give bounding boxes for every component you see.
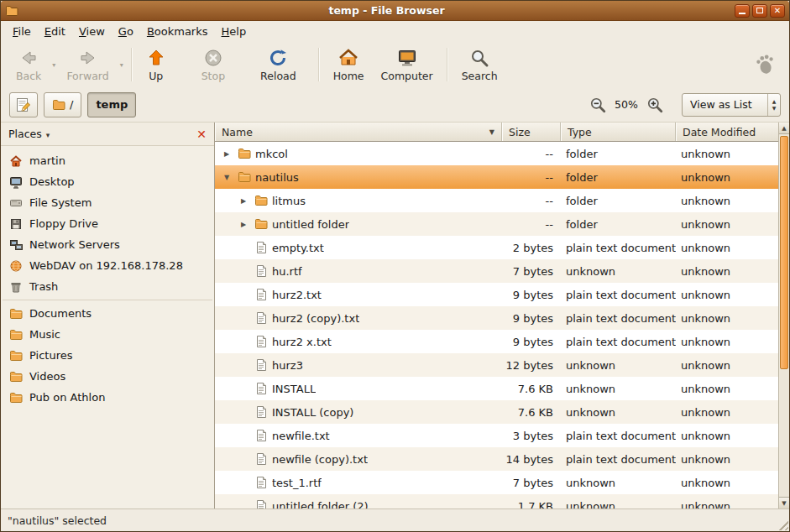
menu-edit[interactable]: Edit: [38, 23, 72, 40]
sidebar-item-webdav-on-192-168-178-28[interactable]: WebDAV on 192.168.178.28: [1, 255, 214, 276]
expander-icon[interactable]: ▼: [220, 174, 233, 181]
forward-icon: [78, 48, 98, 68]
file-name: INSTALL (copy): [272, 406, 353, 419]
sidebar-item-desktop[interactable]: Desktop: [1, 171, 214, 192]
file-type: plain text document: [561, 336, 676, 348]
search-button[interactable]: Search: [453, 45, 506, 85]
table-row[interactable]: hurz2.txt9 bytesplain text documentunkno…: [215, 283, 778, 306]
sidebar-item-floppy-drive[interactable]: Floppy Drive: [1, 213, 214, 234]
zoom-out-button[interactable]: [589, 96, 607, 114]
reload-button[interactable]: Reload: [252, 45, 305, 85]
expander-icon[interactable]: ▶: [237, 197, 250, 205]
table-row[interactable]: hurz312 bytesunknownunknown: [215, 353, 778, 377]
forward-button-group: Forward ▾: [58, 45, 125, 85]
file-type: plain text document: [561, 242, 676, 254]
toggle-location-entry-button[interactable]: [9, 92, 38, 117]
sidebar-item-trash[interactable]: Trash: [1, 276, 214, 297]
table-row[interactable]: INSTALL7.6 KBunknownunknown: [215, 377, 778, 400]
table-row[interactable]: newfile.txt3 bytesplain text documentunk…: [215, 424, 778, 447]
column-header-type[interactable]: Type: [561, 123, 676, 141]
sidebar-item-music[interactable]: Music: [1, 324, 214, 345]
file-size: 14 bytes: [502, 453, 561, 466]
view-mode-select[interactable]: View as List ▲▼: [682, 93, 781, 117]
close-button[interactable]: ✕: [770, 4, 785, 18]
sidebar-item-file-system[interactable]: File System: [1, 192, 214, 213]
table-row[interactable]: ▶untitled folder--folderunknown: [215, 212, 778, 236]
menu-go[interactable]: Go: [112, 23, 140, 40]
scrollbar-track[interactable]: [779, 134, 789, 497]
file-size: --: [502, 171, 561, 184]
toolbar: Back ▾ Forward ▾ Up Stop: [1, 42, 789, 87]
toolbar-separator: [318, 48, 320, 81]
up-button[interactable]: Up: [138, 45, 175, 85]
file-date-modified: unknown: [676, 289, 778, 301]
file-name: newfile (copy).txt: [272, 453, 368, 466]
table-row[interactable]: INSTALL (copy)7.6 KBunknownunknown: [215, 400, 778, 424]
view-mode-label: View as List: [683, 98, 767, 111]
reload-label: Reload: [260, 70, 296, 82]
table-row[interactable]: ▶litmus--folderunknown: [215, 189, 778, 212]
column-header-date-modified[interactable]: Date Modified: [676, 123, 778, 141]
file-name: nautilus: [255, 171, 299, 184]
maximize-button[interactable]: [752, 4, 767, 18]
table-row[interactable]: empty.txt2 bytesplain text documentunkno…: [215, 236, 778, 259]
sidebar-item-videos[interactable]: Videos: [1, 366, 214, 387]
places-list: martinDesktopFile SystemFloppy DriveNetw…: [1, 146, 214, 509]
sidebar-item-label: Documents: [29, 307, 92, 320]
menu-bookmarks[interactable]: Bookmarks: [140, 23, 215, 40]
sidebar-item-martin[interactable]: martin: [1, 150, 214, 171]
path-button-current[interactable]: temp: [87, 92, 136, 117]
table-row[interactable]: newfile (copy).txt14 bytesplain text doc…: [215, 447, 778, 471]
text-file-icon: [254, 452, 268, 466]
sidebar-item-pub-on-athlon[interactable]: Pub on Athlon: [1, 387, 214, 408]
sidebar-item-documents[interactable]: Documents: [1, 303, 214, 324]
sidebar-title-button[interactable]: Places▾: [8, 128, 50, 140]
table-row[interactable]: hurz2 (copy).txt9 bytesplain text docume…: [215, 306, 778, 330]
minimize-icon: [739, 13, 746, 14]
file-date-modified: unknown: [676, 312, 778, 325]
table-row[interactable]: test_1.rtf7 bytesunknownunknown: [215, 471, 778, 494]
expander-icon[interactable]: ▶: [220, 150, 233, 158]
table-row[interactable]: hurz2 x.txt9 bytesplain text documentunk…: [215, 330, 778, 353]
status-text: "nautilus" selected: [8, 514, 107, 527]
path-current-label: temp: [96, 98, 128, 111]
vertical-scrollbar[interactable]: ▲ ▼: [778, 123, 789, 509]
file-type: plain text document: [561, 430, 676, 442]
menu-help[interactable]: Help: [215, 23, 254, 40]
table-row[interactable]: ▶mkcol--folderunknown: [215, 142, 778, 165]
sidebar-item-label: Videos: [29, 370, 65, 383]
file-type: folder: [561, 171, 676, 184]
path-button-root[interactable]: /: [44, 92, 81, 117]
menu-file[interactable]: File: [6, 23, 38, 40]
sidebar-item-network-servers[interactable]: Network Servers: [1, 234, 214, 255]
sidebar-item-label: Pub on Athlon: [29, 391, 105, 404]
column-header-name[interactable]: Name ▼: [215, 123, 502, 141]
list-header: Name ▼ Size Type Date Modified: [215, 123, 778, 142]
forward-label: Forward: [66, 70, 108, 82]
text-file-icon: [254, 311, 268, 325]
computer-button[interactable]: Computer: [373, 45, 442, 85]
scroll-up-button[interactable]: ▲: [779, 123, 789, 134]
resize-grip[interactable]: [777, 519, 788, 530]
menu-view[interactable]: View: [72, 23, 112, 40]
search-icon: [469, 48, 489, 68]
text-file-icon: [254, 335, 268, 348]
file-date-modified: unknown: [676, 218, 778, 231]
table-row[interactable]: hu.rtf7 bytesunknownunknown: [215, 259, 778, 283]
sidebar-close-button[interactable]: ✕: [196, 128, 207, 140]
scroll-down-button[interactable]: ▼: [779, 497, 789, 509]
sort-descending-icon: ▼: [489, 128, 494, 136]
file-date-modified: unknown: [676, 430, 778, 442]
scrollbar-thumb[interactable]: [780, 136, 788, 369]
expander-icon[interactable]: ▶: [237, 221, 250, 228]
zoom-in-button[interactable]: [646, 96, 664, 114]
column-header-size[interactable]: Size: [502, 123, 561, 141]
text-file-icon: [254, 288, 268, 301]
sidebar-item-label: Pictures: [29, 349, 72, 362]
table-row[interactable]: untitled folder (2)1.7 KBunknownunknown: [215, 494, 778, 509]
home-button[interactable]: Home: [325, 45, 373, 85]
minimize-button[interactable]: [735, 4, 750, 18]
sidebar-item-pictures[interactable]: Pictures: [1, 345, 214, 366]
titlebar[interactable]: temp - File Browser ✕: [1, 1, 789, 21]
table-row[interactable]: ▼nautilus--folderunknown: [215, 165, 778, 189]
